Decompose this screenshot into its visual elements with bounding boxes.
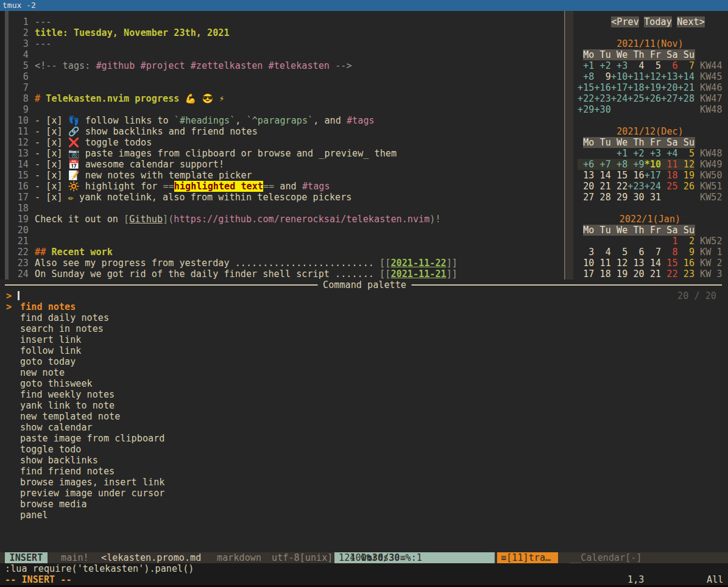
calendar-day[interactable]: 13: [627, 258, 644, 269]
calendar-day[interactable]: 14: [645, 258, 661, 269]
calendar-day[interactable]: 16: [627, 170, 644, 181]
calendar-day[interactable]: 5: [611, 247, 627, 258]
calendar-day[interactable]: 6: [627, 247, 644, 258]
calendar-day[interactable]: 1: [661, 236, 677, 247]
palette-item[interactable]: new templated note: [0, 411, 728, 422]
text-segment[interactable]: Github: [129, 214, 163, 225]
palette-item[interactable]: search in notes: [0, 323, 728, 334]
calendar-day[interactable]: 12: [678, 159, 694, 170]
calendar-day[interactable]: 5: [645, 60, 661, 71]
calendar-day[interactable]: 9: [678, 247, 694, 258]
calendar-nav-next[interactable]: Next>: [677, 16, 705, 27]
calendar-day[interactable]: +8: [578, 71, 594, 82]
window-separator[interactable]: [564, 11, 565, 279]
calendar-day[interactable]: +29: [578, 104, 594, 115]
calendar-day[interactable]: 8: [661, 247, 677, 258]
palette-item[interactable]: >find notes: [0, 301, 728, 312]
palette-item[interactable]: find daily notes: [0, 312, 728, 323]
calendar-day[interactable]: +6: [578, 159, 594, 170]
calendar-day[interactable]: 30: [627, 192, 644, 203]
calendar-day[interactable]: +17: [645, 170, 661, 181]
calendar-day[interactable]: +24: [611, 93, 627, 104]
editor-line[interactable]: 19Check it out on [Github](https://githu…: [0, 214, 564, 225]
calendar-day[interactable]: +3: [645, 148, 661, 159]
calendar-day[interactable]: +3: [611, 60, 627, 71]
calendar-day[interactable]: +26: [645, 93, 661, 104]
calendar-day[interactable]: 13: [578, 170, 594, 181]
calendar-day[interactable]: +13: [661, 71, 677, 82]
calendar-day[interactable]: +20: [661, 82, 677, 93]
calendar-day[interactable]: 16: [678, 258, 694, 269]
editor-line[interactable]: 4: [0, 49, 564, 60]
calendar-day[interactable]: +23: [627, 181, 644, 192]
editor-line[interactable]: 17- [x] ✏ yank notelink, also from withi…: [0, 192, 564, 203]
calendar-day[interactable]: +9: [627, 159, 644, 170]
calendar-day[interactable]: +24: [645, 181, 661, 192]
palette-item[interactable]: toggle todo: [0, 444, 728, 455]
calendar-day[interactable]: 29: [611, 192, 627, 203]
palette-prompt[interactable]: >: [0, 290, 728, 301]
editor-line[interactable]: 13- [x] 📷 paste images from clipboard or…: [0, 148, 564, 159]
calendar-day[interactable]: 21: [594, 181, 610, 192]
editor-line[interactable]: 7: [0, 82, 564, 93]
calendar-day[interactable]: 3: [578, 247, 594, 258]
palette-item[interactable]: goto thisweek: [0, 378, 728, 389]
calendar-day[interactable]: 11: [594, 258, 610, 269]
calendar-day[interactable]: 7: [678, 60, 694, 71]
calendar-day[interactable]: 23: [678, 269, 694, 279]
editor-line[interactable]: 16- [x] 🔆 highlight for ==highlighted te…: [0, 181, 564, 192]
palette-item[interactable]: find friend notes: [0, 466, 728, 477]
calendar-day[interactable]: +8: [611, 159, 627, 170]
calendar-day[interactable]: 9: [594, 71, 610, 82]
calendar-day[interactable]: 10: [578, 258, 594, 269]
calendar-day[interactable]: 4: [594, 247, 610, 258]
editor-line[interactable]: 11- [x] 🔗 show backlinks and friend note…: [0, 126, 564, 137]
calendar-day[interactable]: +28: [678, 93, 694, 104]
calendar-day[interactable]: +17: [611, 82, 627, 93]
calendar-day[interactable]: 25: [661, 181, 677, 192]
calendar-day[interactable]: 2: [678, 236, 694, 247]
calendar-day[interactable]: 22: [661, 269, 677, 279]
editor-line[interactable]: 21: [0, 236, 564, 247]
url-link[interactable]: https://github.com/renerocksai/telekaste…: [174, 214, 429, 225]
editor-line[interactable]: 15- [x] 📝 new notes with template picker: [0, 170, 564, 181]
palette-item[interactable]: paste image from clipboard: [0, 433, 728, 444]
calendar-day[interactable]: +15: [578, 82, 594, 93]
editor-line[interactable]: 1---: [0, 16, 564, 27]
editor-line[interactable]: 12- [x] ❌ toggle todos: [0, 137, 564, 148]
palette-item[interactable]: follow link: [0, 345, 728, 356]
calendar-day[interactable]: +16: [594, 82, 610, 93]
editor-line[interactable]: 3---: [0, 38, 564, 49]
calendar-day[interactable]: +27: [661, 93, 677, 104]
editor-line[interactable]: 6: [0, 71, 564, 82]
editor-line[interactable]: 9: [0, 104, 564, 115]
calendar-day[interactable]: 5: [678, 148, 694, 159]
editor-line[interactable]: 8# Telekasten.nvim progress 💪 😎 ⚡: [0, 93, 564, 104]
calendar-day[interactable]: 20: [627, 269, 644, 279]
calendar-day[interactable]: 4: [627, 60, 644, 71]
palette-item[interactable]: show calendar: [0, 422, 728, 433]
calendar-day[interactable]: 22: [611, 181, 627, 192]
calendar-day[interactable]: +21: [678, 82, 694, 93]
calendar-day[interactable]: +30: [594, 104, 610, 115]
calendar-day[interactable]: 18: [594, 269, 610, 279]
calendar-day[interactable]: +19: [645, 82, 661, 93]
calendar-day[interactable]: +10: [611, 71, 627, 82]
calendar-day[interactable]: 15: [611, 170, 627, 181]
calendar-day[interactable]: 19: [678, 170, 694, 181]
palette-item[interactable]: new note: [0, 367, 728, 378]
calendar-day[interactable]: +14: [678, 71, 694, 82]
calendar-nav-today[interactable]: Today: [644, 16, 672, 27]
calendar-day[interactable]: 12: [611, 258, 627, 269]
calendar-day[interactable]: 15: [661, 258, 677, 269]
palette-item[interactable]: find weekly notes: [0, 389, 728, 400]
calendar-day[interactable]: 17: [578, 269, 594, 279]
calendar-day[interactable]: +22: [578, 93, 594, 104]
palette-item[interactable]: yank link to note: [0, 400, 728, 411]
calendar-day[interactable]: 19: [611, 269, 627, 279]
calendar-day[interactable]: 27: [578, 192, 594, 203]
palette-item[interactable]: panel: [0, 510, 728, 521]
note-link[interactable]: 2021-11-22: [391, 258, 446, 269]
calendar-day[interactable]: +7: [594, 159, 610, 170]
calendar-day[interactable]: +1: [578, 60, 594, 71]
